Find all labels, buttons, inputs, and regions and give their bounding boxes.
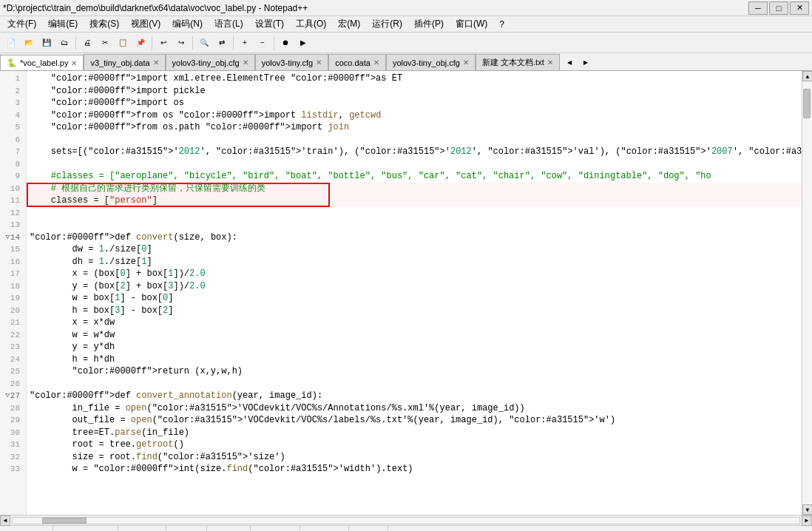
code-line-22[interactable]: w = w*dw (30, 329, 802, 342)
save-button[interactable]: 💾 (38, 35, 55, 51)
window-controls: ─ □ ✕ (748, 1, 809, 15)
code-line-8[interactable] (30, 158, 802, 171)
redo-button[interactable]: ↪ (173, 35, 189, 51)
tab-close-yolov3-3[interactable]: ✕ (463, 58, 469, 67)
code-line-25[interactable]: "color:#0000ff">return (x,y,w,h) (30, 365, 802, 378)
code-line-9[interactable]: #classes = ["aeroplane", "bicycle", "bir… (30, 170, 802, 183)
tab-yolov3-tiny-obj-cfg[interactable]: yolov3-tiny_obj.cfg ✕ (166, 54, 255, 70)
line-num-10: 10 (0, 183, 23, 195)
code-line-21[interactable]: x = x*dw (30, 317, 802, 329)
code-line-24[interactable]: h = h*dh (30, 354, 802, 366)
scroll-up-button[interactable]: ▲ (802, 71, 812, 81)
menu-search[interactable]: 搜索(S) (84, 16, 125, 32)
code-line-23[interactable]: y = y*dh (30, 341, 802, 354)
code-line-6[interactable] (30, 134, 802, 146)
zoom-in-button[interactable]: + (237, 35, 253, 51)
menu-edit[interactable]: 编辑(E) (42, 16, 84, 32)
code-line-5[interactable]: "color:#0000ff">from os.path "color:#000… (30, 121, 802, 134)
tab-yolov3-tiny-cfg[interactable]: yolov3-tiny.cfg ✕ (255, 54, 329, 70)
code-line-7[interactable]: sets=[("color:#a31515">'2012', "color:#a… (30, 146, 802, 158)
save-all-button[interactable]: 🗂 (56, 35, 72, 51)
title-bar: *D:\project\c\train_demo\build\darknet\x… (0, 0, 812, 16)
tab-close-yolov3-2[interactable]: ✕ (316, 58, 322, 67)
horizontal-scroll-track[interactable] (12, 517, 800, 524)
tab-coco-data[interactable]: coco.data ✕ (328, 54, 386, 70)
tab-new-txt[interactable]: 新建 文本文档.txt ✕ (476, 54, 560, 70)
menu-run[interactable]: 运行(R) (366, 16, 408, 32)
code-line-15[interactable]: dw = 1./size[0] (30, 243, 802, 256)
zoom-out-button[interactable]: − (254, 35, 271, 51)
menu-help[interactable]: ? (493, 18, 510, 31)
code-line-3[interactable]: "color:#0000ff">import os (30, 97, 802, 109)
minimize-button[interactable]: ─ (748, 1, 768, 15)
find-button[interactable]: 🔍 (196, 35, 212, 51)
scroll-track[interactable] (802, 81, 812, 504)
open-button[interactable]: 📂 (21, 35, 37, 51)
macro-rec-button[interactable]: ⏺ (277, 35, 294, 51)
scroll-thumb[interactable] (803, 89, 811, 118)
toolbar-separator-1 (75, 36, 76, 50)
scroll-left-button[interactable]: ◀ (0, 515, 10, 526)
tab-yolov3-tiny-obj-cfg-2[interactable]: yolov3-tiny_obj.cfg ✕ (386, 54, 476, 70)
copy-button[interactable]: 📋 (115, 35, 131, 51)
print-button[interactable]: 🖨 (79, 35, 95, 51)
macro-play-button[interactable]: ▶ (295, 35, 311, 51)
menu-view[interactable]: 视图(V) (125, 16, 166, 32)
code-line-28[interactable]: in_file = open("color:#a31515">'VOCdevki… (30, 402, 802, 415)
tab-close-coco[interactable]: ✕ (373, 58, 379, 67)
code-line-18[interactable]: y = (box[2] + box[3])/2.0 (30, 280, 802, 293)
cut-button[interactable]: ✂ (97, 35, 113, 51)
horizontal-scroll-thumb[interactable] (42, 518, 87, 524)
scroll-right-button[interactable]: ▶ (802, 515, 812, 526)
line-num-21: 21 (0, 317, 23, 329)
paste-button[interactable]: 📌 (132, 35, 149, 51)
tab-close-new-txt[interactable]: ✕ (547, 58, 553, 67)
code-line-19[interactable]: w = box[1] - box[0] (30, 292, 802, 305)
code-line-33[interactable]: w = "color:#0000ff">int(size.find("color… (30, 463, 802, 476)
code-line-30[interactable]: tree=ET.parse(in_file) (30, 427, 802, 439)
code-line-4[interactable]: "color:#0000ff">from os "color:#0000ff">… (30, 109, 802, 122)
menu-tools[interactable]: 工具(O) (290, 16, 332, 32)
tab-close-v3[interactable]: ✕ (153, 58, 159, 67)
maximize-button[interactable]: □ (769, 1, 788, 15)
tab-voc-label[interactable]: 🐍 *voc_label.py ✕ (0, 55, 84, 71)
menu-plugin[interactable]: 插件(P) (408, 16, 450, 32)
tab-v3-tiny-obj-data[interactable]: v3_tiny_obj.data ✕ (84, 54, 165, 70)
code-line-11[interactable]: classes = ["person"] (30, 195, 802, 207)
code-line-14[interactable]: "color:#0000ff">def convert(size, box): (30, 231, 802, 244)
code-line-13[interactable] (30, 219, 802, 231)
menu-language[interactable]: 语言(L) (209, 16, 249, 32)
code-line-27[interactable]: "color:#0000ff">def convert_annotation(y… (30, 390, 802, 402)
tab-close-yolov3-1[interactable]: ✕ (243, 58, 248, 67)
code-line-20[interactable]: h = box[3] - box[2] (30, 305, 802, 317)
line-num-25: 25 (0, 365, 23, 378)
tab-scroll-right[interactable]: ▶ (578, 54, 594, 70)
menu-macro[interactable]: 宏(M) (332, 16, 366, 32)
scroll-down-button[interactable]: ▼ (802, 504, 812, 515)
code-line-32[interactable]: size = root.find("color:#a31515">'size') (30, 451, 802, 464)
undo-button[interactable]: ↩ (155, 35, 172, 51)
code-line-1[interactable]: "color:#0000ff">import xml.etree.Element… (30, 72, 802, 85)
code-line-29[interactable]: out_file = open("color:#a31515">'VOCdevk… (30, 414, 802, 427)
code-line-31[interactable]: root = tree.getroot() (30, 439, 802, 451)
code-line-16[interactable]: dh = 1./size[1] (30, 256, 802, 268)
close-button[interactable]: ✕ (790, 1, 809, 15)
code-line-10[interactable]: # 根据自己的需求进行类别保留，只保留需要训练的类 (30, 183, 802, 195)
code-line-2[interactable]: "color:#0000ff">import pickle (30, 85, 802, 98)
code-line-17[interactable]: x = (box[0] + box[1])/2.0 (30, 268, 802, 280)
new-button[interactable]: 📄 (3, 35, 19, 51)
tab-close-voc-label[interactable]: ✕ (71, 59, 77, 67)
menu-settings[interactable]: 设置(T) (249, 16, 290, 32)
line-num-5: 5 (0, 121, 23, 134)
menu-window[interactable]: 窗口(W) (450, 16, 493, 32)
menu-file[interactable]: 文件(F) (1, 16, 42, 32)
code-line-12[interactable] (30, 207, 802, 220)
code-line-26[interactable] (30, 378, 802, 390)
replace-button[interactable]: ⇄ (214, 35, 230, 51)
code-area[interactable]: "color:#0000ff">import xml.etree.Element… (27, 71, 802, 515)
line-numbers: 12345678910111213▽1415161718192021222324… (0, 71, 27, 515)
menu-encode[interactable]: 编码(N) (166, 16, 209, 32)
tab-scroll-left[interactable]: ◀ (561, 54, 578, 70)
line-num-33: 33 (0, 463, 23, 476)
toolbar-separator-3 (192, 36, 193, 50)
